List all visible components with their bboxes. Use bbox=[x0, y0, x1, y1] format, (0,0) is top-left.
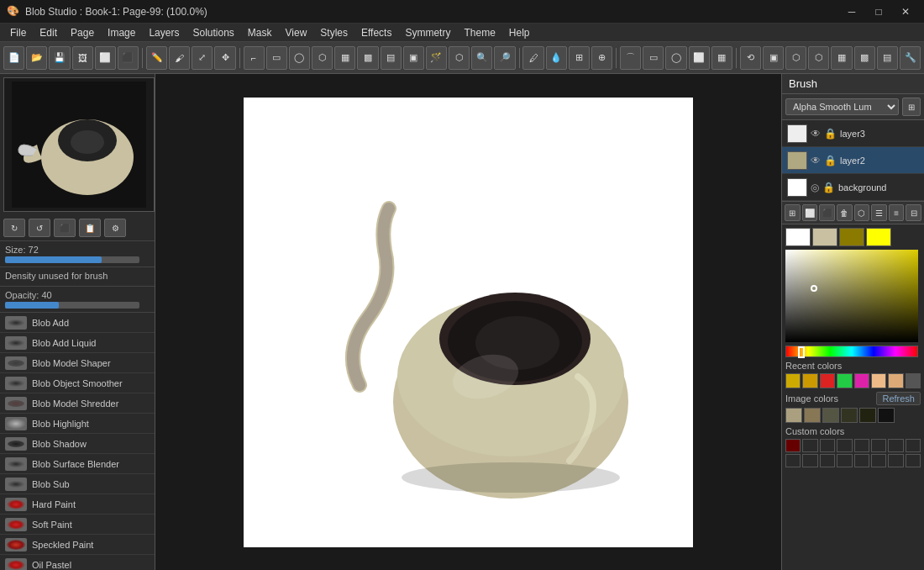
custom-swatch-16[interactable] bbox=[906, 454, 921, 467]
brush-item-blob-shadow[interactable]: Blob Shadow bbox=[0, 434, 155, 454]
brush-item-oil-pastel[interactable]: Oil Pastel bbox=[0, 555, 155, 570]
tool-extra14[interactable]: 🔧 bbox=[900, 46, 921, 70]
canvas-area[interactable] bbox=[155, 74, 781, 570]
tool-extra8[interactable]: ▣ bbox=[763, 46, 784, 70]
img-swatch-5[interactable] bbox=[859, 408, 876, 423]
size-slider[interactable] bbox=[5, 256, 139, 263]
tool-pencil[interactable]: ✏️ bbox=[146, 46, 167, 70]
layer-merge-btn[interactable]: ⬡ bbox=[854, 204, 870, 221]
tool-move[interactable]: ✥ bbox=[214, 46, 235, 70]
recent-swatch-3[interactable] bbox=[820, 373, 835, 388]
tool-extra7[interactable]: ⟲ bbox=[740, 46, 761, 70]
color-picker-box[interactable] bbox=[785, 250, 918, 342]
tool-6[interactable]: ⬛ bbox=[118, 46, 139, 70]
tool-extra13[interactable]: ▤ bbox=[877, 46, 898, 70]
custom-swatch-12[interactable] bbox=[837, 454, 852, 467]
tool-grid1[interactable]: ▦ bbox=[334, 46, 355, 70]
brush-item-hard-paint[interactable]: Hard Paint bbox=[0, 494, 155, 515]
tool-transform[interactable]: ⤢ bbox=[192, 46, 213, 70]
menu-symmetry[interactable]: Symmetry bbox=[398, 24, 457, 42]
tool-extra6[interactable]: ▦ bbox=[711, 46, 732, 70]
brush-item-blob-shredder[interactable]: Blob Model Shredder bbox=[0, 393, 155, 414]
menu-file[interactable]: File bbox=[3, 24, 33, 42]
layer-delete-btn[interactable]: 🗑 bbox=[837, 204, 853, 221]
swatch-gray[interactable] bbox=[812, 228, 837, 246]
menu-effects[interactable]: Effects bbox=[354, 24, 398, 42]
brush-item-blob-smoother[interactable]: Blob Object Smoother bbox=[0, 373, 155, 393]
layer3-visibility-icon[interactable]: 👁 bbox=[811, 128, 821, 140]
img-swatch-1[interactable] bbox=[785, 408, 802, 423]
custom-swatch-14[interactable] bbox=[871, 454, 886, 467]
menu-solutions[interactable]: Solutions bbox=[186, 24, 240, 42]
maximize-button[interactable]: □ bbox=[867, 3, 890, 20]
tool-eyedrop[interactable]: 💧 bbox=[546, 46, 567, 70]
tool-grid3[interactable]: ▤ bbox=[381, 46, 402, 70]
brush-item-blob-model-shaper[interactable]: Blob Model Shaper bbox=[0, 353, 155, 373]
img-swatch-3[interactable] bbox=[822, 408, 839, 423]
tool-save[interactable]: 💾 bbox=[49, 46, 70, 70]
custom-swatch-13[interactable] bbox=[854, 454, 869, 467]
layer2-visibility-icon[interactable]: 👁 bbox=[811, 155, 821, 166]
tool-poly[interactable]: ⬡ bbox=[312, 46, 333, 70]
layer-grid-btn[interactable]: ⊞ bbox=[902, 98, 921, 116]
layer-list2-btn[interactable]: ≡ bbox=[889, 204, 905, 221]
custom-swatch-9[interactable] bbox=[785, 454, 801, 467]
recent-swatch-8[interactable] bbox=[906, 373, 921, 388]
menu-image[interactable]: Image bbox=[101, 24, 142, 42]
custom-swatch-8[interactable] bbox=[906, 439, 921, 452]
panel-settings-btn[interactable]: ⚙ bbox=[104, 219, 126, 237]
tool-grid4[interactable]: ▣ bbox=[403, 46, 424, 70]
layer-list-btn[interactable]: ☰ bbox=[871, 204, 887, 221]
tool-extra11[interactable]: ▦ bbox=[831, 46, 852, 70]
img-swatch-6[interactable] bbox=[878, 408, 895, 423]
tool-wand[interactable]: 🪄 bbox=[426, 46, 447, 70]
layer-row-background[interactable]: ◎ 🔒 background bbox=[782, 174, 924, 201]
recent-swatch-4[interactable] bbox=[837, 373, 852, 388]
tool-extra4[interactable]: ◯ bbox=[665, 46, 686, 70]
background-visibility-icon[interactable]: ◎ bbox=[811, 182, 819, 193]
tool-rect[interactable]: ▭ bbox=[266, 46, 287, 70]
menu-theme[interactable]: Theme bbox=[457, 24, 501, 42]
tool-extra10[interactable]: ⬡ bbox=[808, 46, 829, 70]
menu-page[interactable]: Page bbox=[64, 24, 101, 42]
tool-crop[interactable]: ⊞ bbox=[569, 46, 590, 70]
brush-item-soft-paint[interactable]: Soft Paint bbox=[0, 515, 155, 535]
tool-ellipse[interactable]: ◯ bbox=[289, 46, 310, 70]
custom-swatch-1[interactable] bbox=[785, 439, 801, 452]
custom-swatch-5[interactable] bbox=[854, 439, 869, 452]
tool-4[interactable]: 🖼 bbox=[72, 46, 93, 70]
brush-item-blob-add[interactable]: Blob Add bbox=[0, 313, 155, 333]
img-swatch-4[interactable] bbox=[841, 408, 858, 423]
tool-extra3[interactable]: ▭ bbox=[643, 46, 664, 70]
tool-open[interactable]: 📂 bbox=[26, 46, 47, 70]
swatch-white[interactable] bbox=[785, 228, 811, 246]
brush-item-blob-sub[interactable]: Blob Sub bbox=[0, 474, 155, 494]
tool-extra2[interactable]: ⌒ bbox=[620, 46, 641, 70]
tool-select1[interactable]: ⌐ bbox=[244, 46, 265, 70]
menu-help[interactable]: Help bbox=[502, 24, 537, 42]
layer3-lock-icon[interactable]: 🔒 bbox=[824, 128, 837, 140]
custom-swatch-11[interactable] bbox=[820, 454, 835, 467]
custom-swatch-2[interactable] bbox=[802, 439, 817, 452]
tool-zoomin[interactable]: 🔍 bbox=[471, 46, 492, 70]
opacity-slider[interactable] bbox=[5, 302, 139, 309]
tool-fill[interactable]: ⬡ bbox=[449, 46, 470, 70]
tool-pen[interactable]: 🖊 bbox=[522, 46, 543, 70]
menu-edit[interactable]: Edit bbox=[33, 24, 64, 42]
tool-extra12[interactable]: ▩ bbox=[854, 46, 875, 70]
panel-grid-btn[interactable]: ⬛ bbox=[54, 219, 76, 237]
brush-item-blob-add-liquid[interactable]: Blob Add Liquid bbox=[0, 333, 155, 353]
layer-group-btn[interactable]: ⬜ bbox=[802, 204, 818, 221]
tool-extra9[interactable]: ⬡ bbox=[785, 46, 806, 70]
menu-mask[interactable]: Mask bbox=[241, 24, 279, 42]
refresh-button[interactable]: Refresh bbox=[876, 392, 921, 405]
tool-5[interactable]: ⬜ bbox=[95, 46, 116, 70]
recent-swatch-2[interactable] bbox=[802, 373, 817, 388]
recent-swatch-1[interactable] bbox=[785, 373, 801, 388]
background-lock-icon[interactable]: 🔒 bbox=[822, 182, 835, 193]
layer-row-layer2[interactable]: 👁 🔒 layer2 bbox=[782, 147, 924, 174]
hue-bar[interactable] bbox=[785, 346, 918, 357]
custom-swatch-3[interactable] bbox=[820, 439, 835, 452]
custom-swatch-6[interactable] bbox=[871, 439, 886, 452]
menu-view[interactable]: View bbox=[279, 24, 314, 42]
